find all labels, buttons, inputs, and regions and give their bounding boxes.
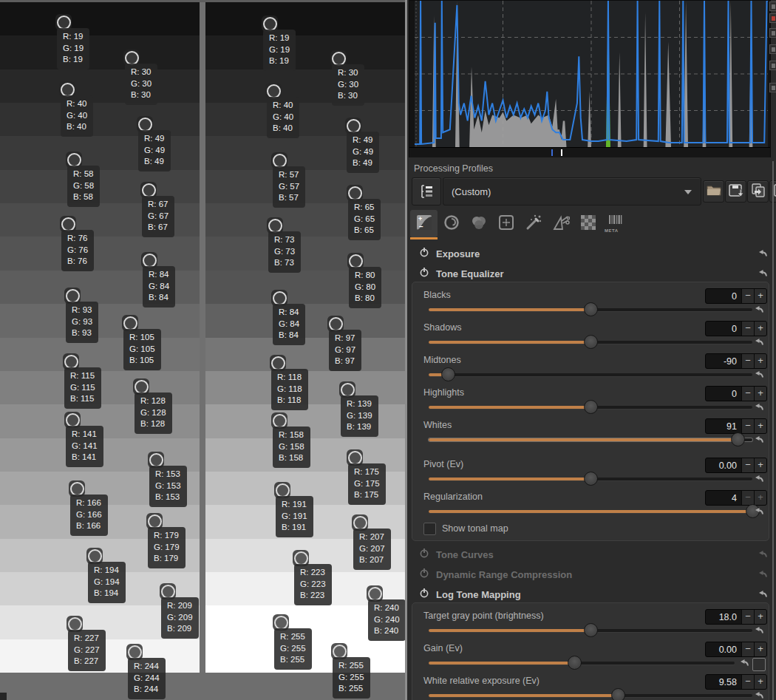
tool-header-tone-equalizer[interactable]: Tone Equalizer — [410, 264, 771, 283]
value-spinbox[interactable]: 9.58−+ — [705, 674, 767, 690]
histogram-toggle-button[interactable] — [769, 28, 776, 38]
spin-value[interactable]: 0.00 — [706, 461, 741, 471]
plus-button[interactable]: + — [754, 387, 766, 401]
reset-icon[interactable] — [754, 305, 764, 318]
plus-button[interactable]: + — [754, 610, 766, 624]
slider-knob[interactable] — [584, 472, 598, 486]
tab-detail[interactable] — [438, 210, 465, 237]
slider-track[interactable] — [429, 308, 752, 311]
show-tonal-map-checkbox[interactable] — [423, 523, 436, 535]
reset-icon[interactable] — [754, 337, 764, 350]
tool-header-exposure[interactable]: Exposure — [410, 244, 771, 263]
slider-track[interactable] — [429, 694, 752, 697]
spin-value[interactable]: 0 — [706, 291, 741, 302]
slider-knob[interactable] — [584, 335, 598, 349]
reset-icon[interactable] — [754, 435, 764, 448]
minus-button[interactable]: − — [741, 610, 754, 624]
slider-knob[interactable] — [611, 688, 625, 700]
histogram-toggle-button[interactable] — [769, 1, 776, 11]
power-toggle-icon[interactable] — [419, 267, 429, 280]
reset-icon[interactable] — [754, 402, 764, 415]
spin-value[interactable]: 0 — [706, 389, 741, 399]
copy-profile-button[interactable] — [747, 180, 769, 203]
histogram-toggle-button[interactable] — [769, 44, 776, 54]
histogram-toggle-button[interactable] — [769, 61, 776, 70]
reset-icon[interactable] — [739, 658, 749, 671]
slider-track[interactable] — [429, 662, 735, 665]
slider-knob[interactable] — [584, 623, 598, 637]
profile-selector-button[interactable] — [412, 177, 441, 205]
plus-button[interactable]: + — [754, 354, 766, 368]
save-profile-button[interactable] — [725, 180, 746, 203]
tab-transform[interactable] — [492, 210, 520, 237]
plus-button[interactable]: + — [754, 289, 766, 303]
reset-icon[interactable] — [754, 370, 764, 383]
slider-knob[interactable] — [584, 302, 598, 316]
spin-value[interactable]: 4 — [706, 493, 741, 503]
tool-header-tone-curves[interactable]: Tone Curves — [410, 545, 771, 564]
spin-value[interactable]: 91 — [706, 421, 741, 432]
histogram-toggle-button[interactable] — [769, 83, 776, 92]
plus-button[interactable]: + — [754, 642, 766, 656]
folder-open-button[interactable] — [703, 180, 724, 203]
power-toggle-icon[interactable] — [419, 548, 429, 561]
minus-button[interactable]: − — [741, 458, 754, 472]
slider-track[interactable] — [429, 478, 752, 480]
tab-raw[interactable] — [574, 210, 602, 237]
value-spinbox[interactable]: 0−+ — [705, 288, 767, 304]
plus-button[interactable]: + — [754, 675, 766, 689]
reset-icon[interactable] — [758, 248, 768, 262]
tab-exposure[interactable]: +− — [410, 210, 438, 237]
plus-button[interactable]: + — [754, 322, 766, 336]
reset-icon[interactable] — [754, 690, 764, 700]
minus-button[interactable]: − — [741, 289, 754, 303]
spin-value[interactable]: 9.58 — [706, 677, 741, 687]
tab-advanced[interactable] — [547, 210, 574, 237]
auto-checkbox[interactable] — [752, 658, 766, 671]
minus-button[interactable]: − — [741, 354, 754, 368]
slider-knob[interactable] — [584, 400, 598, 414]
tab-local-adjustments[interactable] — [520, 210, 547, 237]
reset-icon[interactable] — [754, 474, 764, 487]
value-spinbox[interactable]: 0−+ — [705, 386, 767, 401]
power-toggle-icon[interactable] — [419, 247, 429, 260]
panel-scrollbar[interactable] — [772, 161, 774, 700]
power-toggle-icon[interactable] — [419, 568, 429, 581]
tab-metadata[interactable]: META — [602, 210, 629, 237]
value-spinbox[interactable]: 0.00−+ — [705, 642, 767, 657]
minus-button[interactable]: − — [741, 387, 754, 401]
value-spinbox[interactable]: -90−+ — [705, 353, 767, 369]
reset-icon[interactable] — [758, 589, 768, 602]
minus-button[interactable]: − — [741, 491, 754, 505]
plus-button[interactable]: + — [754, 419, 766, 433]
spin-value[interactable]: -90 — [706, 356, 741, 367]
tool-header-dynamic-range-compression[interactable]: Dynamic Range Compression — [410, 565, 771, 584]
reset-icon[interactable] — [754, 625, 764, 639]
value-spinbox[interactable]: 4−+ — [705, 490, 767, 506]
power-toggle-icon[interactable] — [419, 588, 429, 601]
reset-icon[interactable] — [758, 268, 768, 282]
reset-icon[interactable] — [758, 569, 768, 582]
slider-knob[interactable] — [731, 432, 745, 446]
reset-icon[interactable] — [758, 549, 768, 563]
reset-icon[interactable] — [754, 506, 764, 520]
slider-track[interactable] — [429, 510, 752, 513]
plus-button[interactable]: + — [754, 491, 766, 505]
spin-value[interactable]: 0.00 — [706, 645, 741, 655]
image-preview-area[interactable]: R: 19G: 19B: 19R: 30G: 30B: 30R: 40G: 40… — [0, 0, 408, 700]
slider-track[interactable] — [429, 373, 752, 376]
minus-button[interactable]: − — [741, 675, 754, 689]
plus-button[interactable]: + — [754, 458, 766, 472]
histogram-toggle-button[interactable] — [769, 13, 776, 23]
spin-value[interactable]: 0 — [706, 324, 741, 334]
slider-track[interactable] — [429, 341, 752, 344]
slider-knob[interactable] — [441, 367, 455, 381]
value-spinbox[interactable]: 0−+ — [705, 321, 767, 336]
value-spinbox[interactable]: 0.00−+ — [705, 458, 767, 473]
minus-button[interactable]: − — [741, 322, 754, 336]
value-spinbox[interactable]: 91−+ — [705, 418, 767, 434]
tool-header-log-tone-mapping[interactable]: Log Tone Mapping — [410, 585, 771, 604]
value-spinbox[interactable]: 18.0−+ — [705, 609, 767, 625]
tab-color[interactable] — [465, 210, 492, 237]
slider-track[interactable] — [429, 629, 752, 632]
